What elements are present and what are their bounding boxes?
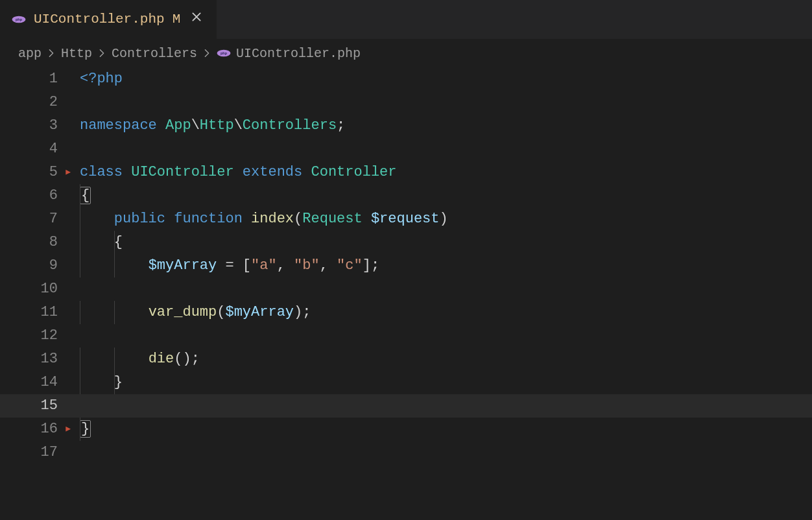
token-ns: Http [200, 117, 234, 134]
token-punct: ; [191, 351, 200, 367]
token-default [80, 211, 114, 227]
code-content[interactable]: { [66, 184, 91, 207]
token-punct: \ [191, 117, 200, 134]
line-number: 6 [4, 184, 66, 207]
indent-guide [80, 348, 80, 371]
token-punct: ) [294, 304, 302, 320]
code-content[interactable]: class UIController extends Controller [66, 161, 397, 184]
token-default [302, 164, 311, 180]
indent-guide [80, 231, 80, 254]
line-number: 10 [4, 278, 66, 301]
token-default [243, 211, 251, 227]
tab-active[interactable]: php UIController.php M [0, 0, 217, 39]
indent-guide [80, 371, 80, 394]
token-kw: namespace [80, 117, 157, 134]
token-punct: , [320, 257, 328, 274]
code-line[interactable]: 16▶} [0, 418, 812, 441]
line-number: 5▶ [4, 161, 66, 184]
token-type: Request [302, 211, 362, 227]
token-punct: [ [243, 257, 251, 274]
line-number: 3 [4, 114, 66, 137]
token-punct: { [114, 234, 123, 250]
code-line[interactable]: 17 [0, 441, 812, 464]
line-number: 12 [4, 324, 66, 348]
breadcrumb[interactable]: app Http Controllers php UIController.ph… [0, 39, 812, 67]
svg-text:php: php [221, 51, 228, 55]
token-fn: index [251, 211, 294, 227]
line-number: 1 [4, 67, 66, 91]
code-content[interactable]: public function index(Request $request) [66, 207, 448, 231]
token-fn: var_dump [149, 304, 217, 320]
code-content[interactable]: namespace App\Http\Controllers; [66, 114, 345, 137]
svg-text:php: php [16, 18, 23, 21]
code-line[interactable]: 9 $myArray = ["a", "b", "c"]; [0, 254, 812, 278]
chevron-right-icon [47, 49, 56, 58]
breadcrumb-segment[interactable]: Controllers [112, 46, 197, 61]
token-punct: ; [337, 117, 345, 134]
line-number: 11 [4, 301, 66, 324]
line-number: 15 [4, 394, 66, 418]
code-content[interactable]: var_dump($myArray); [66, 301, 311, 324]
code-editor[interactable]: 1<?php23namespace App\Http\Controllers;4… [0, 67, 812, 464]
indent-guide [114, 301, 115, 324]
code-line[interactable]: 15 [0, 394, 812, 418]
token-tag: <?php [80, 71, 123, 87]
code-line[interactable]: 14 } [0, 371, 812, 394]
code-line[interactable]: 13 die(); [0, 348, 812, 371]
code-line[interactable]: 2 [0, 91, 812, 114]
token-kw: public [114, 211, 165, 227]
code-line[interactable]: 6{ [0, 184, 812, 207]
token-punct: } [114, 374, 123, 390]
tab-file-name: UIController.php [34, 12, 165, 27]
code-content[interactable]: <?php [66, 67, 123, 91]
code-line[interactable]: 11 var_dump($myArray); [0, 301, 812, 324]
token-str: "b" [294, 257, 320, 274]
indent-guide [114, 254, 115, 278]
token-ns: Controllers [243, 117, 337, 134]
code-content[interactable]: { [66, 231, 123, 254]
code-line[interactable]: 10 [0, 278, 812, 301]
code-content[interactable]: die(); [66, 348, 200, 371]
line-number: 14 [4, 371, 66, 394]
token-punct: ; [302, 304, 311, 320]
breadcrumb-segment[interactable]: app [18, 46, 42, 61]
close-icon[interactable] [188, 10, 205, 29]
code-line[interactable]: 4 [0, 137, 812, 161]
code-line[interactable]: 1<?php [0, 67, 812, 91]
code-line[interactable]: 3namespace App\Http\Controllers; [0, 114, 812, 137]
indent-guide [80, 418, 80, 441]
token-punct: \ [234, 117, 243, 134]
indent-guide [80, 184, 80, 207]
line-number: 7 [4, 207, 66, 231]
code-content[interactable]: } [66, 418, 91, 441]
breadcrumb-segment[interactable]: Http [61, 46, 92, 61]
token-default [234, 257, 243, 274]
line-number: 2 [4, 91, 66, 114]
line-number: 8 [4, 231, 66, 254]
code-line[interactable]: 8 { [0, 231, 812, 254]
line-number: 16▶ [4, 418, 66, 441]
indent-guide [80, 301, 80, 324]
line-number: 17 [4, 441, 66, 464]
token-brace-match: } [80, 420, 91, 438]
indent-guide [114, 231, 115, 254]
token-class: Controller [311, 164, 396, 180]
code-content[interactable]: $myArray = ["a", "b", "c"]; [66, 254, 379, 278]
token-var: $myArray [149, 257, 217, 274]
php-file-icon: php [217, 48, 231, 58]
code-content[interactable]: } [66, 371, 123, 394]
indent-guide [114, 371, 115, 394]
token-default [80, 234, 114, 250]
code-line[interactable]: 7 public function index(Request $request… [0, 207, 812, 231]
token-punct: = [225, 257, 233, 274]
code-line[interactable]: 12 [0, 324, 812, 348]
php-file-icon: php [12, 14, 26, 25]
token-punct: ) [440, 211, 448, 227]
code-line[interactable]: 5▶class UIController extends Controller [0, 161, 812, 184]
line-number: 13 [4, 348, 66, 371]
token-brace-match: { [80, 187, 91, 204]
token-kw: function [174, 211, 243, 227]
token-punct: ( [294, 211, 302, 227]
indent-guide [80, 207, 80, 231]
breadcrumb-segment[interactable]: UIController.php [236, 46, 361, 61]
